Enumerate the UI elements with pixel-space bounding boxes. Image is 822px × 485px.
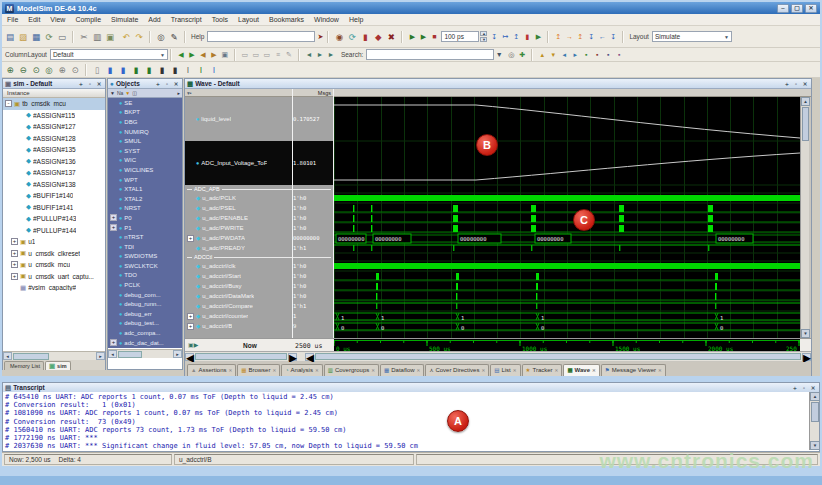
scroll-thumb[interactable] (811, 402, 819, 422)
prev-edge-icon[interactable]: ◀ (198, 50, 208, 60)
step-over-icon[interactable]: ↦ (500, 32, 510, 42)
object-row[interactable]: ● debug_com... (108, 290, 182, 300)
compile-icon[interactable]: ◎ (155, 31, 167, 43)
menu-item[interactable]: Simulate (106, 14, 143, 26)
object-row[interactable]: ● TDI (108, 242, 182, 252)
objects-hscrollbar[interactable]: ◂ ▸ (108, 349, 182, 358)
sim-tree-hscrollbar[interactable]: ◂ ▸ (3, 351, 105, 360)
wave-row-b[interactable]: + ◆ u_adcctrl/B 9 (185, 321, 333, 331)
scroll-up-icon[interactable]: ▲ (810, 392, 820, 401)
objects-filter-row[interactable]: ▼ Na ▼ ◫ ▸ (108, 89, 182, 98)
search-dropdown-icon[interactable]: ▼ (494, 50, 504, 60)
search-add-icon[interactable]: ✚ (517, 50, 527, 60)
transcript-pin-icon[interactable]: ＋ (791, 384, 799, 392)
expand-toggle[interactable]: + (11, 250, 18, 257)
copy-icon[interactable]: ▥ (91, 31, 103, 43)
remove-all-icon[interactable]: ↧ (608, 32, 618, 42)
tree-item-clkreset[interactable]: + ▣ u_cmsdk_clkreset (3, 248, 105, 260)
filter-funnel-icon[interactable]: ▼ (125, 90, 130, 96)
cursor-i1-icon[interactable]: I (182, 64, 194, 76)
scroll-right-icon[interactable]: ▸ (96, 352, 105, 360)
environment-icon[interactable]: ⟳ (346, 31, 358, 43)
minimize-button[interactable]: ‒ (777, 4, 789, 13)
title-bar[interactable]: M ModelSim DE-64 10.4c ‒ ▢ ✕ (2, 2, 820, 14)
wave-row-pready[interactable]: ◆ u_adc/PREADY 1'h1 (185, 243, 333, 253)
menu-item[interactable]: Tools (207, 14, 233, 26)
wave-divider-adc-apb[interactable]: ADC_APB (185, 185, 333, 193)
tab-analysis[interactable]: ◔ Analysis ✕ (281, 364, 322, 376)
wave-row-counter[interactable]: + ◆ u_adcctrl/counter 1 (185, 311, 333, 321)
tab-browser[interactable]: ▦ Browser ✕ (237, 364, 280, 376)
object-row[interactable]: ● DBG (108, 117, 182, 127)
tree-item[interactable]: ◆ #BUFIF1#140 (3, 190, 105, 202)
run-icon[interactable]: ▶ (407, 32, 417, 42)
wave-row-compare[interactable]: ◆ u_adcctrl/Compare 1'h1 (185, 301, 333, 311)
scroll-right-icon[interactable]: ▸ (288, 353, 297, 361)
wave-cut-icon[interactable]: ▮ (104, 64, 116, 76)
tab-wave[interactable]: ▦ Wave ✕ (563, 364, 599, 376)
insert-last-icon[interactable]: ↥ (575, 32, 585, 42)
object-row[interactable]: ● BKPT (108, 108, 182, 118)
tab-close-icon[interactable]: ✕ (371, 365, 375, 376)
wave-row-start[interactable]: ◆ u_adcctrl/Start 1'h0 (185, 271, 333, 281)
help-search-go-icon[interactable]: ➤ (315, 32, 325, 42)
wave-row-penable[interactable]: ◆ u_adc/PENABLE 1'h0 (185, 213, 333, 223)
tree-item[interactable]: ◆ #ASSIGN#115 (3, 110, 105, 122)
tab-close-icon[interactable]: ✕ (272, 365, 276, 376)
expand-toggle[interactable]: - (5, 100, 12, 107)
filter-view-icon[interactable]: ◫ (132, 90, 137, 96)
break-icon[interactable]: ▮ (359, 31, 371, 43)
transcript-vscrollbar[interactable]: ▲ ▼ (809, 392, 819, 450)
object-row[interactable]: ● debug_test... (108, 319, 182, 329)
tree-item-tb-cmsdk-mcu[interactable]: - ▣ tb_cmsdk_mcu (3, 98, 105, 110)
menu-item[interactable]: Edit (23, 14, 45, 26)
object-row[interactable]: ● SYST (108, 146, 182, 156)
zoom-range-icon[interactable]: ◎ (43, 64, 55, 76)
expand-toggle[interactable]: + (110, 214, 117, 221)
expand-toggle[interactable]: + (11, 273, 18, 280)
cursor-i3-icon[interactable]: I (208, 64, 220, 76)
bookmark-2-icon[interactable]: ▾ (548, 50, 558, 60)
object-row[interactable]: ● nTRST (108, 232, 182, 242)
next-edge-icon[interactable]: ▶ (209, 50, 219, 60)
scroll-down-icon[interactable]: ▼ (801, 329, 810, 338)
wave-delete-icon[interactable]: ▮ (156, 64, 168, 76)
filter-dropdown-icon[interactable]: ▼ (110, 90, 115, 96)
object-row[interactable]: ● debug_err (108, 309, 182, 319)
sim-panel-titlebar[interactable]: ▣ sim - Default ＋ ▫ ✕ (3, 79, 105, 89)
menu-item[interactable]: File (2, 14, 23, 26)
zoom-in-icon[interactable]: ⊕ (4, 64, 16, 76)
transcript-close-icon[interactable]: ✕ (809, 384, 817, 392)
tab-close-icon[interactable]: ✕ (315, 365, 319, 376)
wave-row-pclk[interactable]: ◆ u_adc/PCLK 1'h0 (185, 193, 333, 203)
find-prev-icon[interactable]: ◄ (304, 50, 314, 60)
step-into-icon[interactable]: ↧ (489, 32, 499, 42)
tab-assertions[interactable]: ▲ Assertions ✕ (187, 364, 236, 376)
objects-close-icon[interactable]: ✕ (172, 80, 180, 88)
maximize-button[interactable]: ▢ (791, 4, 803, 13)
tab-sim[interactable]: ▣ sim (45, 361, 71, 370)
object-row[interactable]: ● PCLK (108, 280, 182, 290)
objects-pin-icon[interactable]: ＋ (154, 80, 162, 88)
wave-group-icon[interactable]: ▮ (169, 64, 181, 76)
save-icon[interactable]: ▦ (30, 31, 42, 43)
wave-copy-icon[interactable]: ▮ (117, 64, 129, 76)
print-icon[interactable]: ▭ (56, 31, 68, 43)
close-button[interactable]: ✕ (805, 4, 817, 13)
tab-covergroups[interactable]: ▥ Covergroups ✕ (324, 364, 379, 376)
scroll-thumb[interactable] (802, 107, 809, 141)
expand-toggle[interactable]: + (110, 224, 117, 231)
wave-vscrollbar[interactable]: ▲ ▼ (800, 97, 809, 338)
tab-close-icon[interactable]: ✕ (481, 365, 485, 376)
menu-item[interactable]: View (45, 14, 70, 26)
wave-undock-icon[interactable]: ▫ (792, 80, 800, 88)
object-row[interactable]: ● adc_compa... (108, 328, 182, 338)
prev-transition-icon[interactable]: ◀ (176, 50, 186, 60)
step-out-icon[interactable]: ↥ (511, 32, 521, 42)
object-row[interactable]: ● SE (108, 98, 182, 108)
tree-item[interactable]: ◆ #PULLUP#143 (3, 213, 105, 225)
wave-row-liquid-level[interactable]: ● liquid_level 0.170527 (185, 97, 333, 141)
object-row[interactable]: ● SMUL (108, 136, 182, 146)
tree-item[interactable]: ◆ #PULLUP#144 (3, 225, 105, 237)
find-next-icon[interactable]: ► (315, 50, 325, 60)
